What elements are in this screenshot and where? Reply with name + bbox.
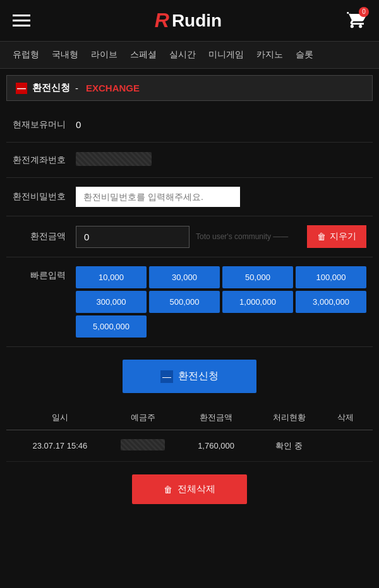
quick-btn-30000[interactable]: 30,000: [149, 266, 220, 288]
nav-item-casino[interactable]: 카지노: [250, 42, 289, 68]
amount-label: 환전금액: [13, 231, 76, 242]
logo: RRudin: [155, 9, 222, 32]
cell-datetime: 23.07.17 15:46: [10, 441, 110, 450]
toto-watermark: Toto user's community ——: [196, 232, 301, 241]
password-input[interactable]: [76, 187, 240, 207]
depositor-blacked: [121, 439, 165, 450]
exchange-history-table: 일시 예금주 환전금액 처리현황 삭제 23.07.17 15:46 1,760…: [6, 406, 373, 462]
col-header-datetime: 일시: [10, 412, 110, 423]
nav-item-realtime[interactable]: 실시간: [163, 42, 202, 68]
submit-exchange-button[interactable]: — 환전신청: [123, 360, 256, 393]
col-header-depositor: 예금주: [110, 412, 176, 423]
cell-depositor: [110, 439, 176, 452]
quick-btn-300000[interactable]: 300,000: [76, 291, 147, 313]
cart-count-badge: 0: [359, 7, 369, 17]
logo-text: Rudin: [172, 11, 222, 31]
section-title-en: EXCHANGE: [86, 83, 140, 93]
account-value: [76, 152, 366, 168]
balance-row: 현재보유머니 0: [6, 107, 373, 143]
section-header: — 환전신청 - EXCHANGE: [6, 75, 373, 101]
submit-btn-label: 환전신청: [178, 370, 219, 383]
account-row: 환전계좌번호: [6, 143, 373, 178]
delete-btn-label: 지우기: [330, 231, 356, 242]
header: RRudin 0: [0, 0, 379, 42]
nav-item-domestic[interactable]: 국내형: [45, 42, 85, 68]
account-blacked: [76, 152, 152, 166]
cell-status: 확인 중: [256, 440, 322, 452]
submit-icon: —: [160, 370, 173, 383]
main-content: — 환전신청 - EXCHANGE 현재보유머니 0 환전계좌번호 환전비밀번호…: [0, 75, 379, 529]
account-label: 환전계좌번호: [13, 155, 76, 166]
quick-amount-grid: 10,000 30,000 50,000 100,000 300,000 500…: [76, 266, 366, 338]
navigation: 유럽형 국내형 라이브 스페셜 실시간 미니게임 카지노 슬롯: [0, 42, 379, 69]
quick-btn-100000[interactable]: 100,000: [296, 266, 366, 288]
cart-button[interactable]: 0: [346, 9, 366, 32]
table-header: 일시 예금주 환전금액 처리현황 삭제: [6, 406, 373, 430]
quick-btn-5000000[interactable]: 5,000,000: [76, 315, 147, 338]
clear-amount-button[interactable]: 🗑 지우기: [307, 225, 366, 248]
password-field-wrapper: [76, 187, 366, 207]
quick-label: 빠른입력: [13, 266, 76, 281]
full-delete-area: 🗑 전체삭제: [6, 462, 373, 517]
nav-item-minigame[interactable]: 미니게임: [202, 42, 250, 68]
quick-btn-50000[interactable]: 50,000: [222, 266, 293, 288]
nav-item-special[interactable]: 스페셜: [124, 42, 163, 68]
full-delete-trash-icon: 🗑: [164, 485, 172, 495]
amount-row: 환전금액 Toto user's community —— 🗑 지우기: [6, 216, 373, 257]
amount-input[interactable]: [76, 226, 190, 248]
quick-btn-10000[interactable]: 10,000: [76, 266, 147, 288]
logo-r-icon: R: [155, 9, 169, 32]
col-header-amount: 환전금액: [176, 412, 256, 423]
password-row: 환전비밀번호: [6, 178, 373, 216]
submit-area: — 환전신청: [6, 347, 373, 399]
quick-btn-1000000[interactable]: 1,000,000: [222, 291, 293, 313]
col-header-status: 처리현황: [256, 412, 322, 423]
full-delete-label: 전체삭제: [177, 483, 215, 495]
section-title-kr: 환전신청: [32, 82, 70, 94]
col-header-delete: 삭제: [322, 412, 369, 423]
amount-input-group: Toto user's community —— 🗑 지우기: [76, 225, 366, 248]
table-row: 23.07.17 15:46 1,760,000 확인 중: [6, 430, 373, 462]
cell-amount: 1,760,000: [176, 441, 256, 450]
balance-value: 0: [76, 119, 366, 130]
nav-item-european[interactable]: 유럽형: [6, 42, 45, 68]
nav-item-live[interactable]: 라이브: [85, 42, 124, 68]
password-label: 환전비밀번호: [13, 191, 76, 203]
nav-item-slot[interactable]: 슬롯: [289, 42, 320, 68]
quick-btn-500000[interactable]: 500,000: [149, 291, 220, 313]
quick-btn-3000000[interactable]: 3,000,000: [296, 291, 366, 313]
full-delete-button[interactable]: 🗑 전체삭제: [132, 474, 247, 504]
trash-icon: 🗑: [317, 232, 326, 242]
section-dash: -: [75, 83, 78, 93]
quick-input-row: 빠른입력 10,000 30,000 50,000 100,000 300,00…: [6, 257, 373, 347]
section-icon: —: [16, 83, 27, 94]
hamburger-menu-button[interactable]: [13, 15, 30, 26]
balance-label: 현재보유머니: [13, 119, 76, 131]
